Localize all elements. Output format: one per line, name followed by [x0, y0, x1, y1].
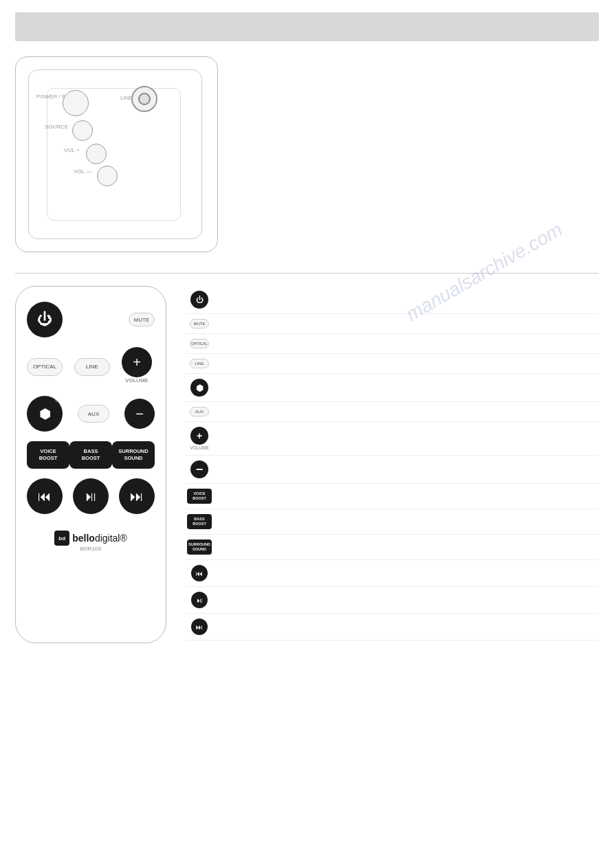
btn-power-pair — [63, 90, 89, 116]
power-button[interactable]: ⏻ — [27, 302, 63, 337]
remote-control: ⏻ MUTE OPTICAL LINE + VOLUME ⬢ — [15, 286, 166, 643]
previous-button[interactable]: ⏮ — [27, 478, 63, 514]
desc-vol-plus-label: VOLUME — [190, 445, 208, 450]
btn-vol-minus-device — [97, 166, 118, 186]
mute-button[interactable]: MUTE — [129, 313, 155, 326]
desc-surround-sound-icon: SURROUNDSOUND — [187, 539, 212, 555]
descriptions-column: ⏻ MUTE OPTICAL LINE — [186, 280, 599, 643]
volume-plus-section: + VOLUME — [122, 347, 152, 386]
desc-row-aux: AUX — [186, 402, 599, 422]
bluetooth-icon: ⬢ — [39, 405, 51, 422]
desc-row-mute: MUTE — [186, 314, 599, 334]
desc-aux-icon: AUX — [190, 407, 209, 416]
desc-icon-cell-aux: AUX — [186, 407, 213, 416]
desc-row-bluetooth: ⬢ — [186, 374, 599, 402]
volume-plus-icon: + — [133, 355, 141, 370]
desc-icon-cell-optical: OPTICAL — [186, 339, 213, 348]
desc-play-pause-icon: ⏯ — [191, 592, 208, 608]
desc-row-line: LINE — [186, 354, 599, 374]
remote-model-number: BDR10S — [54, 546, 127, 552]
desc-row-vol-plus: + VOLUME — [186, 422, 599, 456]
btn-source-device — [72, 120, 93, 141]
desc-icon-cell-next: ⏭ — [186, 619, 213, 635]
desc-bluetooth-icon: ⬢ — [190, 379, 208, 397]
desc-line-icon: LINE — [190, 359, 209, 368]
bellodigital-logo: bd bellodigital® — [54, 531, 127, 546]
desc-bass-boost-icon: BASSBOOST — [187, 514, 212, 529]
desc-icon-cell-mute: MUTE — [186, 319, 213, 329]
aux-label: AUX — [88, 411, 99, 417]
desc-row-bass-boost: BASSBOOST — [186, 509, 599, 535]
volume-label: VOLUME — [125, 377, 149, 383]
surround-sound-label: SURROUNDSOUND — [118, 448, 148, 462]
desc-icon-cell-previous: ⏮ — [186, 565, 213, 581]
desc-row-power: ⏻ — [186, 286, 599, 314]
desc-icon-cell-vol-minus: − — [186, 460, 213, 478]
play-pause-icon: ⏯ — [84, 489, 98, 504]
desc-row-next: ⏭ — [186, 614, 599, 641]
label-vol-plus: VOL + — [64, 147, 80, 153]
desc-row-vol-minus: − — [186, 456, 599, 484]
voice-boost-label: VOICEBOOST — [39, 448, 58, 462]
bd-icon: bd — [54, 531, 69, 546]
optical-button[interactable]: OPTICAL — [27, 358, 63, 376]
desc-mute-icon: MUTE — [190, 319, 209, 329]
remote-row-5: ⏮ ⏯ ⏭ — [27, 478, 155, 514]
previous-icon: ⏮ — [38, 489, 52, 504]
desc-power-icon: ⏻ — [190, 291, 208, 309]
optical-label: OPTICAL — [33, 364, 56, 370]
remote-logo: bd bellodigital® BDR10S — [54, 531, 127, 552]
btn-vol-plus-device — [86, 144, 107, 164]
desc-row-optical: OPTICAL — [186, 334, 599, 354]
next-icon: ⏭ — [130, 489, 144, 504]
desc-vol-minus-icon: − — [190, 460, 208, 478]
power-icon: ⏻ — [37, 311, 52, 329]
bluetooth-registered-symbol: ® — [56, 399, 58, 403]
remote-row-2: OPTICAL LINE + VOLUME — [27, 347, 155, 386]
volume-minus-button[interactable]: − — [124, 399, 155, 429]
btn-line2-inner — [138, 93, 151, 105]
desc-icon-cell-surround-sound: SURROUNDSOUND — [186, 539, 213, 555]
desc-vol-plus-icon: + — [190, 427, 208, 445]
desc-icon-cell-line: LINE — [186, 359, 213, 368]
mute-label: MUTE — [134, 317, 149, 323]
desc-row-play-pause: ⏯ — [186, 587, 599, 614]
main-content: ⏻ MUTE OPTICAL LINE + VOLUME ⬢ — [15, 274, 599, 643]
remote-row-1: ⏻ MUTE — [27, 302, 155, 337]
desc-icon-cell-vol-plus: + VOLUME — [186, 427, 213, 450]
desc-row-surround-sound: SURROUNDSOUND — [186, 535, 599, 560]
bass-boost-label: BASSBOOST — [82, 448, 100, 462]
surround-sound-button[interactable]: SURROUNDSOUND — [112, 441, 155, 469]
bass-boost-button[interactable]: BASSBOOST — [69, 441, 112, 469]
desc-previous-icon: ⏮ — [191, 565, 208, 581]
label-source: SOURCE — [45, 124, 68, 130]
desc-icon-cell-bluetooth: ⬢ — [186, 379, 213, 397]
btn-line2 — [131, 86, 157, 112]
play-pause-button[interactable]: ⏯ — [73, 478, 109, 514]
volume-plus-button[interactable]: + — [122, 347, 152, 377]
desc-icon-cell-power: ⏻ — [186, 291, 213, 309]
aux-button[interactable]: AUX — [78, 405, 109, 423]
desc-icon-cell-play-pause: ⏯ — [186, 592, 213, 608]
device-illustration: POWER / PAIR SOURCE LINE 2 VOL + VOL — — [15, 56, 218, 252]
voice-boost-button[interactable]: VOICEBOOST — [27, 441, 69, 469]
desc-row-previous: ⏮ — [186, 560, 599, 587]
bluetooth-button[interactable]: ⬢ ® — [27, 396, 63, 432]
remote-row-3: ⬢ ® AUX − — [27, 396, 155, 432]
desc-voice-boost-icon: VOICEBOOST — [187, 489, 212, 504]
desc-optical-icon: OPTICAL — [190, 339, 209, 348]
line-button[interactable]: LINE — [74, 358, 110, 376]
desc-row-voice-boost: VOICEBOOST — [186, 484, 599, 509]
line-label: LINE — [86, 364, 98, 370]
label-vol-minus: VOL — — [74, 168, 91, 175]
remote-row-4: VOICEBOOST BASSBOOST SURROUNDSOUND — [27, 441, 155, 469]
next-button[interactable]: ⏭ — [119, 478, 155, 514]
volume-minus-icon: − — [135, 406, 144, 422]
desc-icon-cell-voice-boost: VOICEBOOST — [186, 489, 213, 504]
header-bar — [15, 12, 599, 41]
desc-next-icon: ⏭ — [191, 619, 208, 635]
bellodigital-text: bellodigital® — [72, 533, 127, 544]
desc-icon-cell-bass-boost: BASSBOOST — [186, 514, 213, 529]
